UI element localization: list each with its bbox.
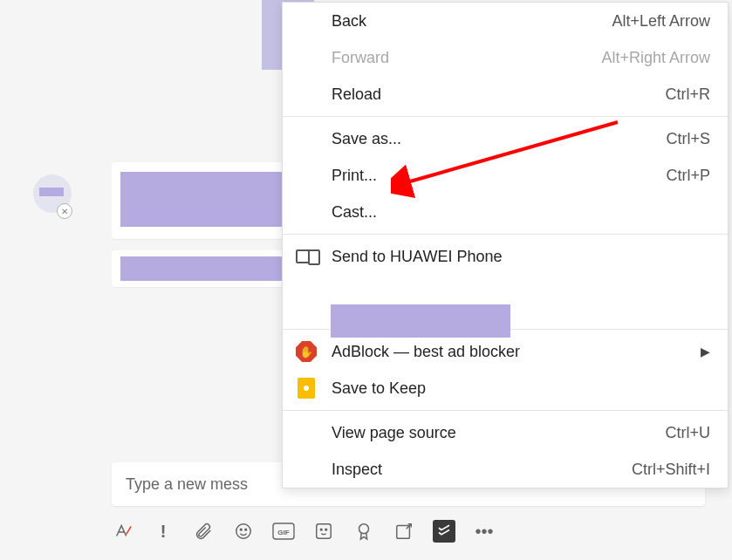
separator bbox=[283, 234, 728, 235]
svg-rect-5 bbox=[317, 524, 332, 539]
attach-icon[interactable] bbox=[192, 520, 215, 543]
context-menu: Back Alt+Left Arrow Forward Alt+Right Ar… bbox=[282, 2, 729, 488]
ctx-shortcut: Ctrl+R bbox=[665, 85, 710, 104]
todoist-icon[interactable] bbox=[433, 520, 455, 543]
devices-icon bbox=[295, 245, 318, 268]
keep-icon bbox=[295, 377, 318, 400]
ctx-view-source[interactable]: View page source Ctrl+U bbox=[283, 414, 728, 451]
ctx-label: Cast... bbox=[332, 203, 377, 222]
svg-point-2 bbox=[245, 529, 247, 530]
ctx-shortcut: Ctrl+P bbox=[666, 167, 710, 185]
separator bbox=[283, 410, 728, 411]
svg-point-7 bbox=[325, 529, 327, 530]
adblock-icon: ✋ bbox=[295, 340, 318, 363]
sticker-icon[interactable] bbox=[312, 520, 335, 543]
ctx-label: Save to Keep bbox=[332, 379, 426, 398]
ctx-cast[interactable]: Cast... bbox=[283, 194, 728, 230]
ctx-label: Reload bbox=[332, 85, 381, 104]
ctx-redacted-item bbox=[331, 304, 510, 338]
ctx-inspect[interactable]: Inspect Ctrl+Shift+I bbox=[283, 451, 728, 488]
composer-toolbar: ! GIF ••• bbox=[112, 520, 496, 543]
ctx-label: AdBlock — best ad blocker bbox=[332, 343, 520, 361]
ctx-adblock[interactable]: ✋ AdBlock — best ad blocker ▶ bbox=[283, 333, 728, 370]
avatar-redacted bbox=[39, 188, 64, 196]
format-icon[interactable] bbox=[112, 520, 134, 543]
ctx-label: Send to HUAWEI Phone bbox=[332, 248, 502, 266]
ctx-reload[interactable]: Reload Ctrl+R bbox=[283, 76, 728, 113]
message-redacted bbox=[120, 256, 284, 281]
important-icon[interactable]: ! bbox=[152, 520, 174, 543]
composer-placeholder: Type a new mess bbox=[126, 475, 248, 494]
message-redacted bbox=[120, 172, 284, 227]
submenu-arrow-icon: ▶ bbox=[701, 345, 710, 359]
ctx-label: Print... bbox=[332, 167, 377, 185]
ctx-save-to-keep[interactable]: Save to Keep bbox=[283, 370, 728, 406]
separator bbox=[283, 116, 728, 117]
ctx-shortcut: Ctrl+S bbox=[666, 130, 710, 148]
svg-point-0 bbox=[236, 524, 251, 539]
ctx-print[interactable]: Print... Ctrl+P bbox=[283, 157, 728, 194]
ctx-label: Save as... bbox=[332, 130, 401, 148]
svg-text:GIF: GIF bbox=[277, 529, 289, 536]
svg-point-6 bbox=[320, 529, 322, 530]
ctx-label: View page source bbox=[332, 424, 456, 442]
svg-point-1 bbox=[240, 529, 242, 530]
ctx-label: Forward bbox=[332, 49, 389, 67]
gif-icon[interactable]: GIF bbox=[272, 520, 295, 543]
ctx-back[interactable]: Back Alt+Left Arrow bbox=[283, 3, 728, 39]
emoji-icon[interactable] bbox=[232, 520, 255, 543]
more-icon[interactable]: ••• bbox=[473, 520, 496, 543]
new-tab-icon[interactable] bbox=[393, 520, 415, 543]
ctx-shortcut: Alt+Left Arrow bbox=[612, 12, 710, 31]
approval-icon[interactable] bbox=[352, 520, 375, 543]
svg-point-8 bbox=[359, 524, 369, 534]
ctx-send-to-phone[interactable]: Send to HUAWEI Phone bbox=[283, 238, 728, 275]
ctx-shortcut: Alt+Right Arrow bbox=[601, 49, 710, 67]
ctx-label: Back bbox=[332, 12, 366, 31]
ctx-label: Inspect bbox=[332, 461, 382, 479]
presence-badge: ✕ bbox=[57, 203, 72, 219]
ctx-forward: Forward Alt+Right Arrow bbox=[283, 39, 728, 76]
ctx-shortcut: Ctrl+U bbox=[665, 424, 710, 442]
ctx-shortcut: Ctrl+Shift+I bbox=[632, 461, 710, 479]
ctx-save-as[interactable]: Save as... Ctrl+S bbox=[283, 120, 728, 157]
